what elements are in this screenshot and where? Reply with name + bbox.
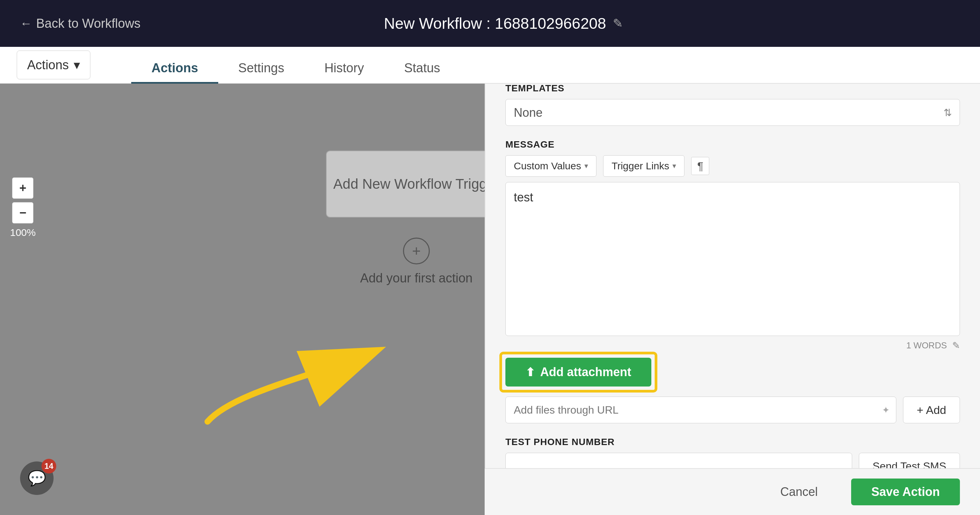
add-attachment-button[interactable]: ⬆ Add attachment bbox=[505, 358, 651, 386]
workflow-title: New Workflow : 1688102966208 ✎ bbox=[161, 14, 846, 32]
add-attachment-wrapper: ⬆ Add attachment bbox=[505, 358, 651, 386]
top-bar: Back to Workflows New Workflow : 1688102… bbox=[0, 0, 980, 47]
trigger-links-chevron: ▾ bbox=[672, 162, 676, 170]
zoom-in-button[interactable]: + bbox=[12, 177, 33, 199]
zoom-out-button[interactable]: − bbox=[12, 202, 33, 224]
edit-icon[interactable]: ✎ bbox=[952, 340, 960, 351]
actions-dropdown[interactable]: Actions ▾ bbox=[17, 51, 91, 79]
zoom-controls: + − 100% bbox=[10, 177, 36, 238]
test-phone-label: TEST PHONE NUMBER bbox=[505, 437, 960, 447]
url-input[interactable] bbox=[505, 397, 896, 423]
add-action-label: Add your first action bbox=[360, 271, 473, 285]
message-toolbar: Custom Values ▾ Trigger Links ▾ ¶ bbox=[505, 155, 960, 177]
add-action-button[interactable]: + bbox=[403, 238, 430, 264]
word-count: 1 WORDS ✎ bbox=[505, 340, 960, 351]
add-url-button[interactable]: + Add bbox=[903, 397, 960, 423]
tab-settings[interactable]: Settings bbox=[218, 54, 304, 84]
custom-values-button[interactable]: Custom Values ▾ bbox=[505, 155, 597, 177]
templates-select[interactable]: None bbox=[505, 99, 960, 126]
paragraph-icon[interactable]: ¶ bbox=[691, 157, 709, 175]
tab-status[interactable]: Status bbox=[384, 54, 460, 84]
cancel-button[interactable]: Cancel bbox=[760, 478, 838, 505]
tabs-bar: Actions ▾ Actions Settings History Statu… bbox=[0, 47, 980, 84]
bottom-bar: Cancel Save Action bbox=[485, 468, 980, 515]
custom-values-chevron: ▾ bbox=[584, 162, 588, 170]
save-action-button[interactable]: Save Action bbox=[851, 478, 960, 505]
zoom-level: 100% bbox=[10, 227, 36, 238]
templates-select-wrapper: None ⇅ bbox=[505, 99, 960, 126]
edit-title-icon[interactable]: ✎ bbox=[613, 16, 623, 30]
message-label: MESSAGE bbox=[505, 139, 960, 150]
trigger-links-button[interactable]: Trigger Links ▾ bbox=[603, 155, 684, 177]
chevron-down-icon: ▾ bbox=[74, 57, 80, 72]
workflow-trigger-box[interactable]: Add New Workflow Trigger bbox=[326, 151, 507, 218]
notification-badge[interactable]: 💬 14 bbox=[20, 461, 54, 495]
url-input-wrapper: ✦ bbox=[505, 397, 896, 423]
upload-icon: ⬆ bbox=[525, 366, 535, 379]
url-row: ✦ + Add bbox=[505, 397, 960, 423]
tab-history[interactable]: History bbox=[304, 54, 384, 84]
notification-count: 14 bbox=[41, 459, 56, 474]
chat-icon: 💬 bbox=[28, 469, 46, 487]
back-to-workflows-button[interactable]: Back to Workflows bbox=[0, 16, 161, 31]
nav-tabs: Actions Settings History Status bbox=[107, 47, 485, 83]
message-textarea[interactable]: test bbox=[505, 182, 960, 336]
tab-actions[interactable]: Actions bbox=[131, 54, 218, 84]
actions-dropdown-wrapper: Actions ▾ bbox=[0, 47, 107, 83]
add-action-area: + Add your first action bbox=[360, 238, 473, 285]
templates-label: TEMPLATES bbox=[505, 83, 960, 94]
